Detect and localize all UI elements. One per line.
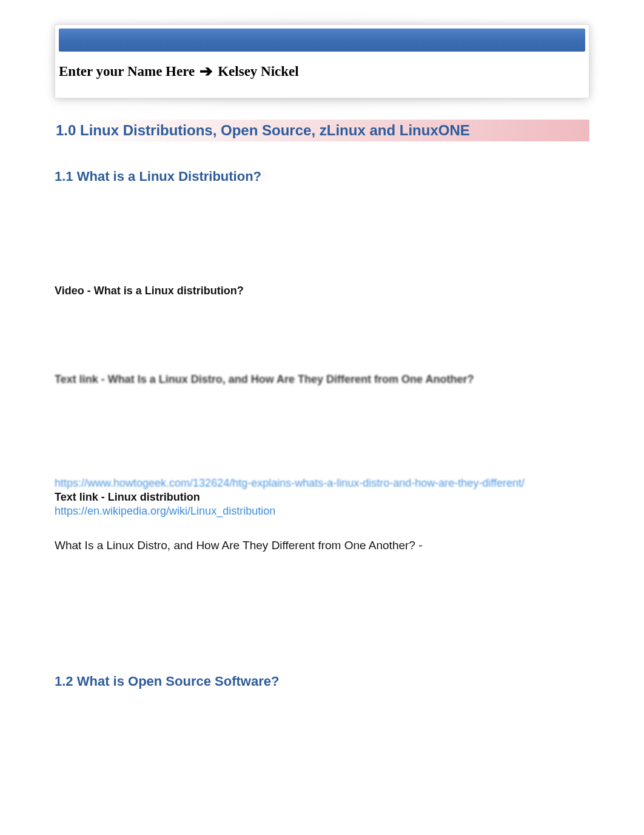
entered-name: Kelsey Nickel <box>218 64 299 79</box>
section-heading-1-2: 1.2 What is Open Source Software? <box>55 674 589 689</box>
howtogeek-link[interactable]: https://www.howtogeek.com/132624/htg-exp… <box>55 477 589 490</box>
text-link-label-2: Text link - Linux distribution <box>55 491 589 504</box>
question-text: What Is a Linux Distro, and How Are They… <box>55 539 589 552</box>
header-blue-bar <box>59 29 585 52</box>
arrow-right-icon: ➔ <box>200 64 213 79</box>
section-heading-1-1: 1.1 What is a Linux Distribution? <box>55 169 589 184</box>
name-prompt-label: Enter your Name Here <box>59 64 195 79</box>
wikipedia-link[interactable]: https://en.wikipedia.org/wiki/Linux_dist… <box>55 505 589 518</box>
section-heading-1-0: 1.0 Linux Distributions, Open Source, zL… <box>55 120 589 141</box>
text-link-label-1: Text link - What Is a Linux Distro, and … <box>55 373 589 386</box>
name-entry-box: Enter your Name Here ➔ Kelsey Nickel <box>55 24 589 98</box>
video-resource-label: Video - What is a Linux distribution? <box>55 285 589 297</box>
